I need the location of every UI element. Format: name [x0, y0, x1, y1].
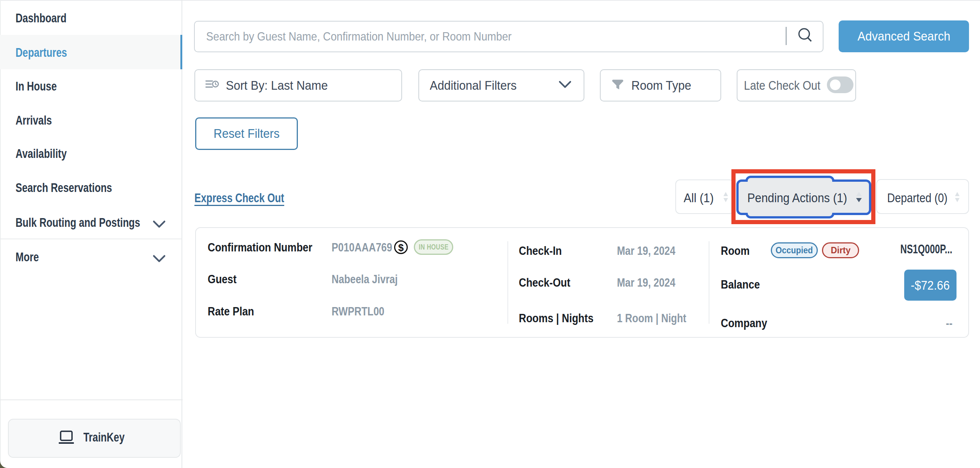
- svg-text:$: $: [398, 242, 404, 253]
